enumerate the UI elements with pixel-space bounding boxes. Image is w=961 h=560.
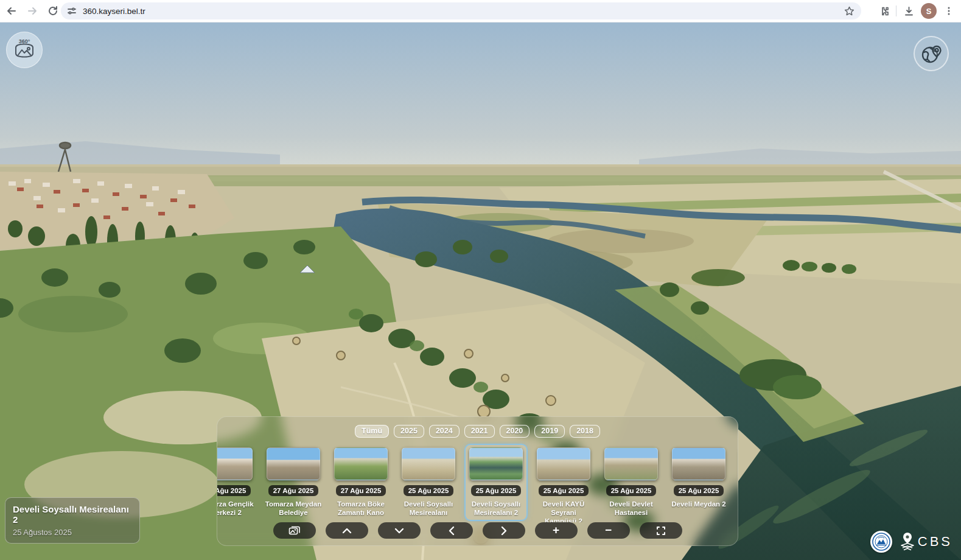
branding-area: CBS — [870, 531, 952, 553]
card-title: Tomarza Meydan Belediye — [264, 500, 323, 517]
browser-window: 360.kayseri.bel.tr S — [0, 0, 961, 560]
chevron-right-icon — [501, 526, 507, 536]
pano-card[interactable]: 27 Ağu 2025 Tomarza Gençlik Merkezi 2 — [217, 444, 257, 521]
card-title: Develi Gençlik Merkezi — [737, 500, 738, 517]
gallery-icon — [288, 526, 301, 536]
cbs-pin-layers-icon — [900, 532, 915, 551]
url-text[interactable]: 360.kayseri.bel.tr — [83, 7, 844, 16]
location-info-card: Develi Soysallı Mesirealanı 2 25 Ağustos… — [5, 497, 140, 544]
fullscreen-button[interactable] — [640, 522, 682, 539]
year-chip-2021[interactable]: 2021 — [464, 425, 495, 438]
kayseri-municipality-logo — [870, 531, 892, 553]
thumbnail-image — [604, 447, 658, 480]
gallery-panel: Tümü 2025 2024 2021 2020 2019 2018 27 Ağ… — [217, 416, 738, 546]
chevron-left-icon — [449, 526, 455, 536]
pano-card-selected[interactable]: 25 Ağu 2025 Develi Soysallı Mesirealanı … — [464, 444, 528, 521]
thumbnail-image — [217, 447, 253, 480]
pan-up-button[interactable] — [326, 522, 368, 539]
card-title: Develi KAYÜ Seyrani Kampüsü 2 — [534, 500, 593, 522]
pan-left-button[interactable] — [430, 522, 473, 539]
browser-menu-button[interactable] — [940, 2, 957, 19]
card-date: 25 Ağu 2025 — [674, 485, 724, 496]
card-title: Develi Soysallı Mesirealanı — [399, 500, 458, 517]
reload-icon — [47, 5, 58, 16]
cbs-logo: CBS — [900, 532, 952, 551]
thumbnail-carousel[interactable]: 27 Ağu 2025 Tomarza Gençlik Merkezi 2 27… — [217, 441, 738, 522]
address-bar[interactable]: 360.kayseri.bel.tr — [61, 2, 861, 19]
extensions-puzzle-icon — [878, 5, 890, 17]
svg-text:360°: 360° — [19, 38, 30, 44]
panorama-viewport[interactable]: 360° Develi Soysallı Mesirealanı 2 25 Ağ… — [0, 22, 961, 560]
download-icon — [903, 5, 915, 17]
cbs-label: CBS — [918, 534, 952, 550]
pano-card[interactable]: 25 Ağu 2025 Develi Soysallı Mesirealanı — [397, 444, 460, 521]
year-filter-bar: Tümü 2025 2024 2021 2020 2019 2018 — [217, 425, 738, 438]
chevron-down-icon — [394, 528, 404, 534]
card-date: 27 Ağu 2025 — [268, 485, 319, 496]
thumbnail-image — [267, 447, 320, 480]
card-title: Develi Devlet Hastanesi — [602, 500, 660, 517]
forward-arrow-icon — [27, 5, 38, 16]
thumbnail-image — [469, 447, 523, 480]
pano-card[interactable]: 27 Ağu 2025 Tomarza Meydan Belediye — [262, 444, 325, 521]
site-info-icon[interactable] — [67, 6, 77, 16]
card-date: 25 Ağu 2025 — [606, 485, 657, 496]
back-arrow-icon — [6, 5, 17, 16]
card-title: Develi Soysallı Mesirealanı 2 — [467, 500, 525, 517]
minus-icon: − — [605, 524, 612, 536]
kebab-menu-icon — [944, 6, 954, 16]
year-chip-2018[interactable]: 2018 — [570, 425, 600, 438]
toolbar-right-icons: S — [875, 0, 957, 22]
card-date: 25 Ağu 2025 — [404, 485, 454, 496]
carousel-track: 27 Ağu 2025 Tomarza Gençlik Merkezi 2 27… — [217, 441, 738, 522]
year-chip-2020[interactable]: 2020 — [500, 425, 530, 438]
bookmark-star-icon[interactable] — [844, 5, 855, 17]
browser-toolbar: 360.kayseri.bel.tr S — [0, 0, 961, 23]
toolbar-divider — [896, 5, 896, 16]
thumbnail-image — [402, 447, 455, 480]
year-chip-2025[interactable]: 2025 — [394, 425, 424, 438]
reload-button[interactable] — [44, 2, 62, 20]
location-date: 25 Ağustos 2025 — [13, 528, 132, 537]
forward-button[interactable] — [23, 2, 41, 20]
pano-card[interactable]: 25 Ağu 2025 Develi Devlet Hastanesi — [599, 444, 663, 521]
pano-card[interactable]: 25 Ağu 2025 Develi Gençlik Merkezi — [735, 444, 738, 521]
pan-down-button[interactable] — [378, 522, 421, 539]
card-date: 27 Ağu 2025 — [217, 485, 251, 496]
kayseri-logo-icon — [872, 533, 890, 551]
thumbnail-image — [672, 447, 725, 480]
card-date: 27 Ağu 2025 — [336, 485, 386, 496]
year-chip-all[interactable]: Tümü — [355, 425, 389, 438]
viewer-controls: + − — [217, 522, 738, 539]
pano-card[interactable]: 25 Ağu 2025 Develi KAYÜ Seyrani Kampüsü … — [532, 444, 595, 522]
pano-card[interactable]: 27 Ağu 2025 Tomarza Böke Zamantı Kano — [329, 444, 393, 521]
map-view-button[interactable] — [914, 36, 949, 71]
downloads-button[interactable] — [900, 2, 917, 19]
chevron-up-icon — [342, 528, 352, 534]
pano-360-button[interactable]: 360° — [6, 32, 43, 68]
thumbnail-image — [334, 447, 388, 480]
extensions-button[interactable] — [875, 2, 892, 19]
pano-card[interactable]: 25 Ağu 2025 Develi Meydan 2 — [667, 444, 730, 513]
year-chip-2019[interactable]: 2019 — [534, 425, 565, 438]
pan-right-button[interactable] — [483, 522, 525, 539]
card-title: Develi Meydan 2 — [671, 500, 725, 509]
gallery-toggle-button[interactable] — [273, 522, 316, 539]
fullscreen-icon — [656, 526, 666, 536]
card-date: 25 Ağu 2025 — [471, 485, 522, 496]
thumbnail-image — [537, 447, 590, 480]
card-title: Tomarza Gençlik Merkezi 2 — [217, 500, 255, 517]
card-date: 25 Ağu 2025 — [539, 485, 589, 496]
zoom-out-button[interactable]: − — [587, 522, 630, 539]
back-button[interactable] — [2, 2, 21, 20]
zoom-in-button[interactable]: + — [535, 522, 578, 539]
pano-360-icon: 360° — [12, 38, 37, 62]
plus-icon: + — [553, 524, 559, 536]
year-chip-2024[interactable]: 2024 — [429, 425, 460, 438]
card-title: Tomarza Böke Zamantı Kano — [332, 500, 390, 517]
location-title: Develi Soysallı Mesirealanı 2 — [13, 504, 132, 525]
profile-avatar[interactable]: S — [921, 3, 937, 19]
globe-pin-icon — [919, 41, 943, 66]
